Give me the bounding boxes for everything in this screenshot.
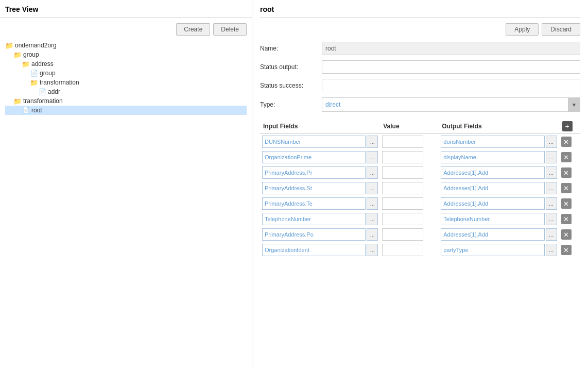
folder-icon: 📁 (13, 51, 22, 58)
output-ellipsis-button[interactable]: ... (546, 213, 557, 225)
value-input[interactable] (382, 182, 423, 194)
add-row-button[interactable]: + (562, 121, 573, 131)
delete-cell: ✕ (559, 227, 580, 242)
value-input[interactable] (382, 166, 423, 179)
output-ellipsis-button[interactable]: ... (546, 197, 557, 210)
name-input[interactable] (322, 42, 580, 55)
tree-label: transformation (23, 97, 63, 105)
output-ellipsis-button[interactable]: ... (546, 228, 557, 241)
delete-row-button[interactable]: ✕ (561, 183, 572, 193)
tree-label: group (40, 70, 56, 77)
table-row: ... ... ✕ (260, 227, 580, 242)
create-button[interactable]: Create (176, 23, 210, 36)
output-field-input[interactable] (441, 244, 544, 256)
input-ellipsis-button[interactable]: ... (367, 136, 378, 148)
folder-icon: 📁 (5, 42, 13, 49)
tree-item-group[interactable]: 📁 group (5, 50, 247, 59)
input-ellipsis-button[interactable]: ... (367, 166, 378, 179)
input-field-cell: ... (260, 227, 380, 242)
input-ellipsis-button[interactable]: ... (367, 244, 378, 256)
table-row: ... ... ✕ (260, 196, 580, 211)
tree-item-transformation1[interactable]: 📁 transformation (5, 78, 247, 87)
tree-item-address[interactable]: 📁 address (5, 59, 247, 69)
tree-item-addr[interactable]: 📄 addr (5, 87, 247, 96)
right-panel: root Apply Discard Name: Status output: … (252, 0, 588, 369)
delete-row-button[interactable]: ✕ (561, 245, 572, 255)
table-row: ... ... ✕ (260, 180, 580, 196)
output-field-input[interactable] (441, 166, 544, 179)
input-field-input[interactable] (262, 136, 366, 148)
status-output-row: Status output: (260, 60, 580, 74)
input-ellipsis-button[interactable]: ... (367, 197, 378, 210)
value-field-cell (380, 165, 439, 180)
type-select[interactable]: direct xslt custom (322, 97, 580, 112)
delete-button[interactable]: Delete (213, 23, 247, 36)
tree-label: ondemand2org (15, 42, 57, 49)
input-field-input[interactable] (262, 228, 366, 241)
output-field-input[interactable] (441, 151, 544, 163)
tree-item-group-file[interactable]: 📄 group (5, 69, 247, 78)
value-input[interactable] (382, 228, 423, 241)
input-field-input[interactable] (262, 213, 366, 225)
value-field-cell (380, 134, 439, 150)
value-field-cell (380, 211, 439, 227)
output-field-cell: ... (439, 165, 559, 180)
tree-item-ondemand2org[interactable]: 📁 ondemand2org (5, 41, 247, 50)
delete-row-button[interactable]: ✕ (561, 214, 572, 224)
delete-row-button[interactable]: ✕ (561, 198, 572, 209)
status-success-label: Status success: (260, 82, 322, 89)
delete-cell: ✕ (559, 134, 580, 150)
value-input[interactable] (382, 151, 423, 163)
input-ellipsis-button[interactable]: ... (367, 151, 378, 163)
input-field-input[interactable] (262, 166, 366, 179)
left-panel: Tree View Create Delete 📁 ondemand2org 📁… (0, 0, 252, 369)
input-field-input[interactable] (262, 182, 366, 194)
delete-row-button[interactable]: ✕ (561, 137, 572, 147)
output-field-input[interactable] (441, 136, 544, 148)
file-icon: 📄 (30, 70, 38, 77)
tree-label: group (23, 51, 39, 58)
output-ellipsis-button[interactable]: ... (546, 136, 557, 148)
value-input[interactable] (382, 197, 423, 210)
input-field-input[interactable] (262, 197, 366, 210)
type-select-wrap: direct xslt custom ▼ (322, 97, 580, 112)
delete-cell: ✕ (559, 165, 580, 180)
output-ellipsis-button[interactable]: ... (546, 182, 557, 194)
input-ellipsis-button[interactable]: ... (367, 213, 378, 225)
value-field-cell (380, 227, 439, 242)
value-input[interactable] (382, 136, 423, 148)
output-ellipsis-button[interactable]: ... (546, 166, 557, 179)
delete-row-button[interactable]: ✕ (561, 152, 572, 162)
tree-item-root[interactable]: 📄 root (5, 106, 247, 115)
output-field-cell: ... (439, 211, 559, 227)
delete-row-button[interactable]: ✕ (561, 167, 572, 178)
input-ellipsis-button[interactable]: ... (367, 228, 378, 241)
input-ellipsis-button[interactable]: ... (367, 182, 378, 194)
delete-row-button[interactable]: ✕ (561, 229, 572, 240)
right-toolbar: Apply Discard (260, 23, 580, 36)
table-row: ... ... ✕ (260, 165, 580, 180)
status-output-input[interactable] (322, 60, 580, 74)
tree-label: transformation (40, 79, 79, 86)
name-row: Name: (260, 42, 580, 55)
tree-item-transformation2[interactable]: 📁 transformation (5, 96, 247, 106)
value-input[interactable] (382, 213, 423, 225)
input-field-input[interactable] (262, 151, 366, 163)
output-field-input[interactable] (441, 213, 544, 225)
input-field-input[interactable] (262, 244, 366, 256)
output-field-input[interactable] (441, 182, 544, 194)
status-success-input[interactable] (322, 79, 580, 92)
output-field-cell: ... (439, 196, 559, 211)
value-input[interactable] (382, 244, 423, 256)
apply-button[interactable]: Apply (506, 23, 539, 36)
input-field-cell: ... (260, 211, 380, 227)
col-input-header: Input Fields (260, 119, 380, 134)
output-field-cell: ... (439, 134, 559, 150)
table-row: ... ... ✕ (260, 211, 580, 227)
output-field-input[interactable] (441, 228, 544, 241)
discard-button[interactable]: Discard (542, 23, 580, 36)
folder-icon: 📁 (30, 79, 38, 86)
output-ellipsis-button[interactable]: ... (546, 244, 557, 256)
output-ellipsis-button[interactable]: ... (546, 151, 557, 163)
output-field-input[interactable] (441, 197, 544, 210)
